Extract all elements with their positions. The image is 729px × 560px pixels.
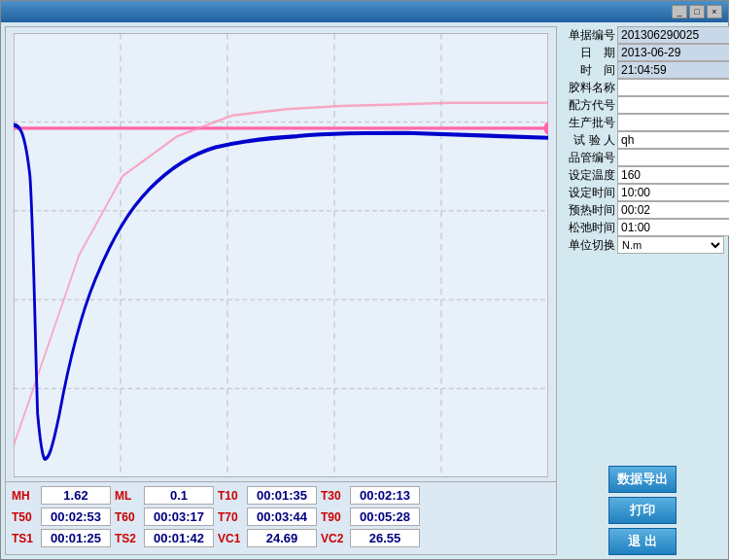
form-label-2: 时 间 <box>561 62 615 79</box>
chart-area: 2.5 2.0 1.5 1.0 0.5 195 156 117 78 39 00… <box>5 26 557 555</box>
data-label-2-3: VC2 <box>321 532 348 545</box>
form-label-9: 设定时间 <box>561 185 615 201</box>
data-label-1-3: T90 <box>321 510 348 524</box>
svg-rect-0 <box>14 33 548 477</box>
form-input-10[interactable] <box>617 201 729 219</box>
form-row-10: 预热时间 <box>561 201 724 219</box>
data-value-2-1: 00:01:42 <box>144 529 214 547</box>
form-label-12: 单位切换 <box>561 237 615 254</box>
data-value-0-3: 00:02:13 <box>350 486 420 505</box>
form-input-7[interactable] <box>617 149 729 166</box>
data-cell-2-2: VC124.69 <box>218 529 317 547</box>
data-table-row-1: T5000:02:53T6000:03:17T7000:03:44T9000:0… <box>12 508 550 526</box>
btn-row-0: 数据导出 <box>561 466 724 493</box>
data-label-2-1: TS2 <box>115 532 142 545</box>
form-input-3[interactable] <box>617 79 729 96</box>
data-value-0-0: 1.62 <box>41 486 111 505</box>
data-value-1-1: 00:03:17 <box>144 508 214 526</box>
data-label-0-3: T30 <box>321 489 348 503</box>
close-button[interactable]: × <box>707 5 722 18</box>
form-input-6[interactable] <box>617 131 729 149</box>
maximize-button[interactable]: □ <box>689 5 705 18</box>
data-table-row-2: TS100:01:25TS200:01:42VC124.69VC226.55 <box>12 529 550 547</box>
chart-wrapper: 2.5 2.0 1.5 1.0 0.5 195 156 117 78 39 00… <box>14 33 548 477</box>
form-input-1 <box>617 44 729 61</box>
form-label-4: 配方代号 <box>561 97 615 114</box>
data-cell-2-1: TS200:01:42 <box>115 529 214 547</box>
form-row-8: 设定温度 <box>561 166 724 184</box>
main-content: 2.5 2.0 1.5 1.0 0.5 195 156 117 78 39 00… <box>1 22 728 559</box>
form-row-5: 生产批号 <box>561 114 724 131</box>
data-cell-0-1: ML0.1 <box>115 486 214 505</box>
data-cell-2-3: VC226.55 <box>321 529 420 547</box>
minimize-button[interactable]: _ <box>672 5 687 18</box>
data-value-1-3: 00:05:28 <box>350 508 420 526</box>
main-window: _ □ × <box>0 0 729 560</box>
form-input-9[interactable] <box>617 184 729 201</box>
form-label-8: 设定温度 <box>561 167 615 184</box>
form-label-11: 松弛时间 <box>561 220 615 236</box>
data-label-2-2: VC1 <box>218 532 245 545</box>
data-cell-2-0: TS100:01:25 <box>12 529 111 547</box>
data-value-0-1: 0.1 <box>144 486 214 505</box>
data-label-1-2: T70 <box>218 510 245 524</box>
form-row-9: 设定时间 <box>561 184 724 201</box>
data-cell-0-3: T3000:02:13 <box>321 486 420 505</box>
form-input-2 <box>617 61 729 79</box>
btn-row-2: 退 出 <box>561 528 724 555</box>
data-cell-0-0: MH1.62 <box>12 486 111 505</box>
btn-row-1: 打印 <box>561 497 724 524</box>
chart-svg: 2.5 2.0 1.5 1.0 0.5 195 156 117 78 39 00… <box>14 33 548 477</box>
form-row-7: 品管编号 <box>561 149 724 166</box>
data-label-2-0: TS1 <box>12 532 39 545</box>
data-value-2-3: 26.55 <box>350 529 420 547</box>
form-label-1: 日 期 <box>561 45 615 61</box>
form-row-11: 松弛时间 <box>561 219 724 236</box>
data-table: MH1.62ML0.1T1000:01:35T3000:02:13T5000:0… <box>6 481 556 554</box>
data-label-0-2: T10 <box>218 489 245 503</box>
data-value-1-2: 00:03:44 <box>247 508 317 526</box>
form-row-4: 配方代号 <box>561 96 724 114</box>
form-row-2: 时 间 <box>561 61 724 79</box>
form-label-0: 单据编号 <box>561 27 615 44</box>
data-value-1-0: 00:02:53 <box>41 508 111 526</box>
form-row-6: 试 验 人 <box>561 131 724 149</box>
form-label-5: 生产批号 <box>561 115 615 131</box>
data-label-1-0: T50 <box>12 510 39 524</box>
right-panel: 单据编号日 期时 间胶料名称配方代号生产批号试 验 人品管编号设定温度设定时间预… <box>561 26 724 555</box>
data-table-row-0: MH1.62ML0.1T1000:01:35T3000:02:13 <box>12 486 550 505</box>
action-button-2[interactable]: 退 出 <box>608 528 677 555</box>
data-cell-1-0: T5000:02:53 <box>12 508 111 526</box>
form-label-7: 品管编号 <box>561 150 615 166</box>
data-label-0-0: MH <box>12 489 39 503</box>
form-input-11[interactable] <box>617 219 729 236</box>
data-cell-1-1: T6000:03:17 <box>115 508 214 526</box>
form-row-3: 胶料名称 <box>561 79 724 96</box>
form-row-1: 日 期 <box>561 44 724 61</box>
data-cell-1-3: T9000:05:28 <box>321 508 420 526</box>
form-input-4[interactable] <box>617 96 729 114</box>
window-controls: _ □ × <box>672 5 722 18</box>
data-label-1-1: T60 <box>115 510 142 524</box>
form-select-12[interactable]: N.m <box>617 236 724 254</box>
data-label-0-1: ML <box>115 489 142 503</box>
form-row-0: 单据编号 <box>561 26 724 44</box>
data-cell-0-2: T1000:01:35 <box>218 486 317 505</box>
form-input-0 <box>617 26 729 44</box>
data-value-2-0: 00:01:25 <box>41 529 111 547</box>
title-bar: _ □ × <box>1 1 728 22</box>
form-row-12: 单位切换N.m <box>561 236 724 254</box>
form-label-6: 试 验 人 <box>561 132 615 149</box>
data-value-0-2: 00:01:35 <box>247 486 317 505</box>
form-label-10: 预热时间 <box>561 202 615 219</box>
action-button-0[interactable]: 数据导出 <box>608 466 677 493</box>
data-cell-1-2: T7000:03:44 <box>218 508 317 526</box>
form-label-3: 胶料名称 <box>561 80 615 96</box>
action-button-1[interactable]: 打印 <box>608 497 677 524</box>
form-input-8[interactable] <box>617 166 729 184</box>
data-value-2-2: 24.69 <box>247 529 317 547</box>
form-input-5[interactable] <box>617 114 729 131</box>
